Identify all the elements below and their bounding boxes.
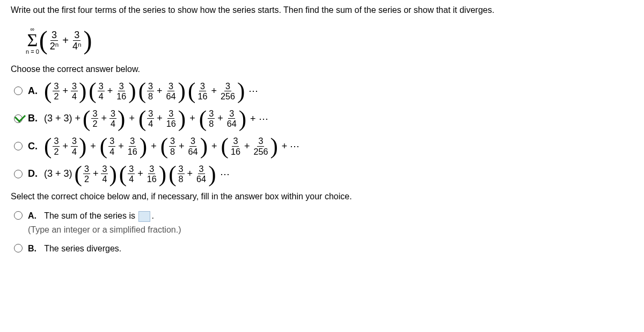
prompt-select: Select the correct choice below and, if … — [11, 192, 633, 201]
radio-b[interactable] — [14, 114, 23, 123]
instruction-text: Write out the first four terms of the se… — [11, 5, 633, 15]
option-c[interactable]: C. 32+34 + 34+316 + 38+364 + 316+3256 + … — [14, 136, 633, 155]
option-b-math: (3 + 3) + 32+34 + 34+316 + 38+364 + ⋯ — [44, 109, 268, 128]
option-c-math: 32+34 + 34+316 + 38+364 + 316+3256 + ⋯ — [44, 136, 299, 155]
radio-followup-a[interactable] — [14, 211, 23, 220]
series-expression: ∞ Σ n = 0 32n + 34n — [26, 21, 633, 55]
option-a-math: 32+34 34+316 38+364 316+3256 ⋯ — [44, 82, 258, 100]
answer-input[interactable] — [138, 211, 150, 222]
option-d-math: (3 + 3) 32+34 34+316 38+364 ⋯ — [44, 164, 230, 183]
option-a[interactable]: A. 32+34 34+316 38+364 316+3256 ⋯ — [14, 82, 633, 100]
radio-a[interactable] — [14, 86, 23, 95]
radio-followup-b[interactable] — [14, 244, 23, 252]
prompt-choose: Choose the correct answer below. — [11, 64, 633, 74]
followup-a[interactable]: A. The sum of the series is . (Type an i… — [14, 209, 633, 236]
followup-b[interactable]: B. The series diverges. — [14, 242, 633, 256]
option-d[interactable]: D. (3 + 3) 32+34 34+316 38+364 ⋯ — [14, 164, 633, 183]
option-b[interactable]: B. (3 + 3) + 32+34 + 34+316 + 38+364 + ⋯ — [14, 109, 633, 128]
radio-d[interactable] — [14, 170, 23, 178]
radio-c[interactable] — [14, 142, 23, 150]
